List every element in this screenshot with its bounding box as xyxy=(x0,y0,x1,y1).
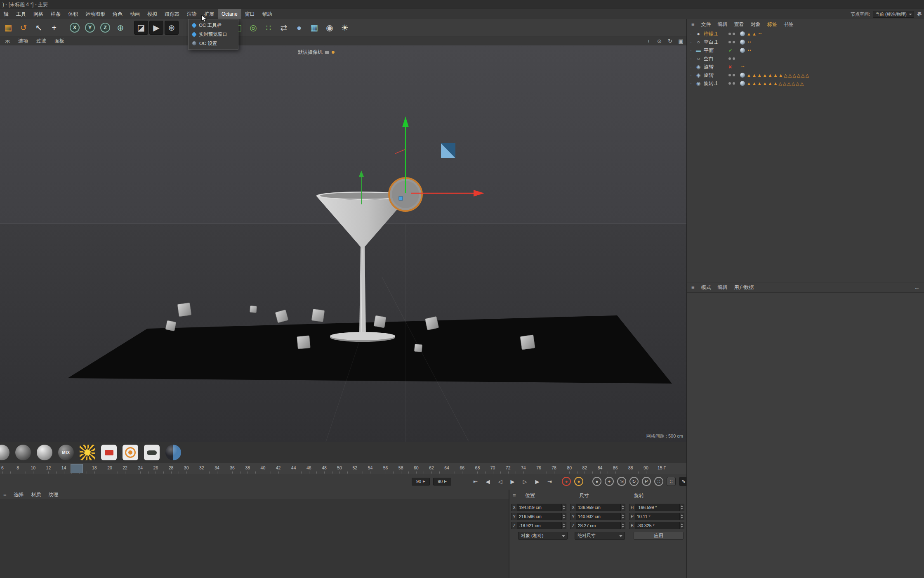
visibility-dot[interactable] xyxy=(728,33,731,35)
phong-tag-icon[interactable] xyxy=(740,40,745,45)
spinner[interactable] xyxy=(562,522,566,529)
visibility-dot[interactable] xyxy=(733,74,735,76)
node-space-dropdown[interactable]: 当前 (标准/物理) xyxy=(873,11,914,18)
keyframe-tag-icon[interactable]: ▲ xyxy=(747,32,751,36)
spinner-down-icon[interactable] xyxy=(681,517,683,519)
material-thumbnail[interactable] xyxy=(15,445,31,460)
material-thumbnail[interactable] xyxy=(144,445,160,460)
keyframe-tag-icon[interactable]: ▲ xyxy=(757,81,762,86)
spinner-up-icon[interactable] xyxy=(622,524,624,525)
record-scale-toggle[interactable]: ⇲ xyxy=(617,477,626,486)
keyframe-tag-outline-icon[interactable]: △ xyxy=(792,73,796,78)
pan-view-icon[interactable]: + xyxy=(645,38,652,44)
material-thumbnail[interactable] xyxy=(165,445,181,460)
menubar-item-2[interactable]: 网格 xyxy=(30,9,47,19)
coordinate-system-icon[interactable]: ⊕ xyxy=(113,21,127,35)
keyframe-presets-button[interactable]: ∷ xyxy=(667,477,676,486)
keyframe-tag-icon[interactable]: ▲ xyxy=(757,73,762,78)
rotate-view-icon[interactable]: ↻ xyxy=(667,38,674,44)
keyframe-tag-icon[interactable]: ▲ xyxy=(747,81,751,86)
menu-icon[interactable]: ≡ xyxy=(513,492,516,498)
attribute-manager-tab-1[interactable]: 编辑 xyxy=(718,284,728,291)
pos-value-input[interactable]: 216.566 cm xyxy=(517,513,562,520)
menubar-item-6[interactable]: 角色 xyxy=(109,9,126,19)
keyframe-tag-outline-icon[interactable]: △ xyxy=(792,81,795,86)
timeline-ruler[interactable]: 6810121416182022242628303234363840424446… xyxy=(0,463,686,474)
coordinate-mode-dropdown[interactable]: 对象 (相对) xyxy=(518,532,568,540)
spinner-down-icon[interactable] xyxy=(622,526,624,528)
keyframe-tag-outline-icon[interactable]: △ xyxy=(800,81,804,86)
object-row-2[interactable]: ·▬平面✓•• xyxy=(687,46,924,54)
spinner-down-icon[interactable] xyxy=(563,526,565,528)
menubar-item-0[interactable]: 辑 xyxy=(0,9,12,19)
simulation-icon[interactable]: ● xyxy=(292,21,306,35)
object-row-0[interactable]: ·●柠檬.1▲▲•• xyxy=(687,30,924,38)
menubar-item-10[interactable]: 渲染 xyxy=(183,9,200,19)
menubar-item-7[interactable]: 动画 xyxy=(126,9,144,19)
object-state[interactable] xyxy=(728,33,735,35)
material-thumbnail[interactable]: MIX xyxy=(58,445,74,460)
object-row-1[interactable]: ·○空白.1•• xyxy=(687,38,924,46)
keyframe-tag-icon[interactable]: ▲ xyxy=(763,73,767,78)
xpresso-icon[interactable]: ⇄ xyxy=(277,21,291,35)
keyframe-tag-icon[interactable]: ▲ xyxy=(763,81,767,86)
menubar-item-12[interactable]: Octane xyxy=(218,9,241,19)
rot-value-input[interactable]: -166.599 ° xyxy=(635,504,680,511)
visibility-dot[interactable] xyxy=(733,82,735,85)
spinner-up-icon[interactable] xyxy=(681,524,683,525)
keyframe-tag-icon[interactable]: ▲ xyxy=(752,32,757,36)
spinner-up-icon[interactable] xyxy=(563,505,565,507)
spinner-up-icon[interactable] xyxy=(681,514,683,516)
object-row-6[interactable]: ·◉旋转.1▲▲▲▲▲▲△△△△△△ xyxy=(687,79,924,88)
visibility-dot[interactable] xyxy=(728,57,731,60)
record-pla-toggle[interactable]: ∷ xyxy=(654,477,663,486)
menubar-item-8[interactable]: 模拟 xyxy=(144,9,161,19)
live-selection-icon[interactable]: ↖ xyxy=(32,21,46,35)
menubar-item-13[interactable]: 窗口 xyxy=(241,9,259,19)
menubar-item-5[interactable]: 运动图形 xyxy=(82,9,109,19)
object-name[interactable]: 旋转 xyxy=(704,64,714,71)
axis-lock-y-icon[interactable]: Y xyxy=(83,21,97,35)
menubar-item-1[interactable]: 工具 xyxy=(12,9,30,19)
render-settings-icon[interactable]: ⊛ xyxy=(165,21,179,35)
keyframe-tag-outline-icon[interactable]: △ xyxy=(788,73,792,78)
current-frame-marker[interactable] xyxy=(71,464,83,473)
object-row-4[interactable]: ·◉旋转×•• xyxy=(687,63,924,71)
record-rotation-toggle[interactable]: ↻ xyxy=(629,477,639,486)
spinner[interactable] xyxy=(621,513,625,520)
spinner[interactable] xyxy=(680,513,684,520)
spinner-up-icon[interactable] xyxy=(622,514,624,516)
object-manager-tab-1[interactable]: 编辑 xyxy=(718,21,728,28)
keyframe-tag-outline-icon[interactable]: △ xyxy=(787,81,790,86)
keyframe-tag-icon[interactable]: ▲ xyxy=(768,73,773,78)
viewport-3d[interactable]: 默认摄像机 网格间距 : 500 cm xyxy=(0,45,686,442)
object-state[interactable]: × xyxy=(728,64,732,70)
spinner-down-icon[interactable] xyxy=(563,508,565,509)
visibility-dot[interactable] xyxy=(728,82,731,85)
spinner-down-icon[interactable] xyxy=(563,517,565,519)
selection-handle[interactable] xyxy=(399,197,403,200)
spinner[interactable] xyxy=(621,504,625,511)
size-mode-dropdown[interactable]: 绝对尺寸 xyxy=(575,532,625,540)
material-thumbnail[interactable] xyxy=(101,445,117,460)
play-button[interactable]: ▶ xyxy=(507,476,518,487)
rot-value-input[interactable]: 10.11 ° xyxy=(635,513,680,520)
record-parameter-toggle[interactable]: P xyxy=(642,477,651,486)
ice-cube[interactable] xyxy=(177,303,191,317)
next-frame-button[interactable]: ▷ xyxy=(520,476,530,487)
object-state[interactable] xyxy=(728,57,735,60)
material-thumbnail[interactable] xyxy=(123,445,138,460)
keyframe-tag-outline-icon[interactable]: △ xyxy=(783,81,786,86)
material-thumbnail[interactable] xyxy=(0,445,9,460)
keyframe-tag-outline-icon[interactable]: △ xyxy=(797,73,800,78)
phong-tag-icon[interactable] xyxy=(740,81,745,86)
menubar-item-14[interactable]: 帮助 xyxy=(259,9,276,19)
object-manager-tab-4[interactable]: 标签 xyxy=(767,21,777,28)
material-manager-tab-1[interactable]: 材质 xyxy=(31,491,41,498)
spinner-up-icon[interactable] xyxy=(563,524,565,525)
visibility-dot[interactable] xyxy=(728,74,731,76)
camera-icon[interactable]: ◉ xyxy=(323,21,337,35)
ice-cube[interactable] xyxy=(250,306,257,313)
keyframe-tag-icon[interactable]: ▲ xyxy=(752,73,757,78)
go-to-start-button[interactable]: ⇤ xyxy=(470,476,481,487)
